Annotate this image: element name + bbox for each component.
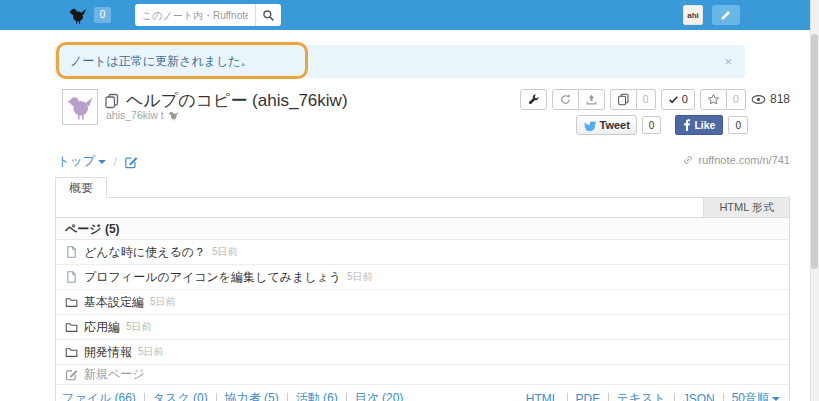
chevron-down-icon [772, 397, 780, 401]
like-widget: Like 0 [675, 115, 748, 135]
divider [287, 393, 288, 401]
notification-count-badge[interactable]: 0 [94, 7, 111, 23]
activity-link[interactable]: 活動 (6) [296, 390, 338, 401]
divider [216, 393, 217, 401]
tweet-widget: Tweet 0 [576, 115, 662, 135]
new-page-item[interactable]: 新規ページ [56, 365, 789, 385]
search-button[interactable] [255, 4, 281, 26]
page-list-header: ページ (5) [56, 218, 789, 240]
tab-overview[interactable]: 概要 [55, 177, 107, 198]
folder-icon [65, 321, 78, 334]
like-label: Like [694, 119, 715, 131]
page-title: 応用編 [84, 319, 120, 336]
divider [144, 393, 145, 401]
star-button-group: 0 [700, 89, 746, 110]
refresh-button[interactable] [552, 89, 579, 110]
page-title: 開発情報 [84, 344, 132, 361]
tweet-count: 0 [642, 116, 662, 134]
page-list-item[interactable]: プロフィールのアイコンを編集してみましょう 5日前 [56, 265, 789, 290]
note-author[interactable]: ahis_76kiw t [106, 109, 164, 121]
json-export-link[interactable]: JSON [683, 392, 715, 401]
html-export-link[interactable]: HTML [526, 392, 559, 401]
upload-button[interactable] [579, 89, 605, 110]
check-button[interactable]: 0 [661, 89, 695, 110]
breadcrumb-top-link[interactable]: トップ [57, 153, 106, 170]
copy-button-group: 0 [610, 89, 656, 110]
panel-footer: ファイル (66) タスク (0) 協力者 (5) 活動 (6) 目次 (20)… [56, 385, 789, 401]
sort-order-label: 50音順 [732, 391, 769, 401]
copy-note-button[interactable] [610, 89, 637, 110]
footer-right-links: HTML PDF テキスト JSON 50音順 [526, 390, 780, 401]
upload-icon [585, 93, 598, 106]
note-search-form [135, 4, 281, 26]
note-author-row: ahis_76kiw t [106, 109, 179, 121]
chevron-down-icon [98, 160, 106, 164]
page-title: どんな時に使えるの？ [84, 244, 206, 261]
breadcrumb-separator: / [113, 155, 116, 169]
folder-icon [65, 346, 78, 359]
top-navbar: 0 ahi [0, 0, 810, 30]
alert-close-button[interactable]: × [724, 45, 732, 78]
check-count: 0 [682, 93, 688, 105]
note-avatar[interactable] [62, 89, 98, 125]
text-export-link[interactable]: テキスト [617, 390, 666, 401]
link-icon [682, 154, 694, 166]
ruffnote-bird-logo-icon[interactable] [68, 6, 87, 25]
page-meta: 5日前 [138, 345, 164, 359]
scrollbar-thumb[interactable] [811, 34, 818, 269]
toc-link[interactable]: 目次 (20) [355, 390, 404, 401]
page-list-item[interactable]: 基本設定編 5日前 [56, 290, 789, 315]
sort-order-dropdown[interactable]: 50音順 [732, 390, 780, 401]
share-row: Tweet 0 Like 0 [576, 115, 749, 135]
search-input[interactable] [135, 4, 255, 26]
page-title: 基本設定編 [84, 294, 144, 311]
settings-button[interactable] [520, 89, 547, 110]
refresh-icon [559, 93, 572, 106]
twitter-bird-icon [583, 120, 596, 131]
breadcrumb: トップ / [57, 153, 138, 170]
breadcrumb-top-label: トップ [57, 154, 95, 168]
new-page-label: 新規ページ [84, 366, 145, 383]
star-count[interactable]: 0 [727, 89, 746, 110]
navbar-right-group: ahi [683, 5, 740, 25]
tasks-link[interactable]: タスク (0) [153, 390, 208, 401]
note-toolbar: 0 0 0 818 [520, 88, 790, 110]
permalink[interactable]: ruffnote.com/n/741 [682, 154, 790, 166]
file-icon [65, 270, 78, 284]
html-format-button[interactable]: HTML 形式 [703, 198, 789, 217]
new-note-button[interactable] [712, 5, 740, 25]
copy-icon [617, 93, 630, 106]
alert-message: ノートは正常に更新されました。 [70, 54, 253, 68]
tweet-label: Tweet [600, 119, 630, 131]
format-strip: HTML 形式 [56, 198, 789, 218]
collaborators-link[interactable]: 協力者 (5) [225, 390, 279, 401]
permalink-url: ruffnote.com/n/741 [698, 154, 790, 166]
tweet-button[interactable]: Tweet [576, 115, 637, 135]
page-list-item[interactable]: どんな時に使えるの？ 5日前 [56, 240, 789, 265]
files-link[interactable]: ファイル (66) [62, 390, 136, 401]
page-title: プロフィールのアイコンを編集してみましょう [84, 269, 341, 286]
facebook-like-button[interactable]: Like [675, 115, 723, 135]
page-list-item[interactable]: 開発情報 5日前 [56, 340, 789, 365]
page-meta: 5日前 [347, 270, 373, 284]
author-bird-icon [168, 110, 179, 121]
check-icon [668, 94, 679, 105]
pdf-export-link[interactable]: PDF [576, 392, 600, 401]
page-meta: 5日前 [212, 245, 238, 259]
copy-count[interactable]: 0 [637, 89, 656, 110]
scrollbar-track[interactable] [810, 0, 819, 401]
divider [608, 393, 609, 401]
edit-page-icon-link[interactable] [124, 155, 138, 169]
copied-note-icon [104, 93, 120, 109]
divider [723, 393, 724, 401]
star-button[interactable] [700, 89, 727, 110]
user-avatar[interactable]: ahi [683, 5, 703, 25]
page-meta: 5日前 [126, 320, 152, 334]
page-meta: 5日前 [150, 295, 176, 309]
update-success-alert: ノートは正常に更新されました。 × [55, 45, 745, 78]
page-list-item[interactable]: 応用編 5日前 [56, 315, 789, 340]
pencil-icon [720, 9, 732, 21]
footer-left-links: ファイル (66) タスク (0) 協力者 (5) 活動 (6) 目次 (20) [62, 390, 403, 401]
file-icon [65, 245, 78, 259]
pencil-square-icon [65, 368, 78, 381]
